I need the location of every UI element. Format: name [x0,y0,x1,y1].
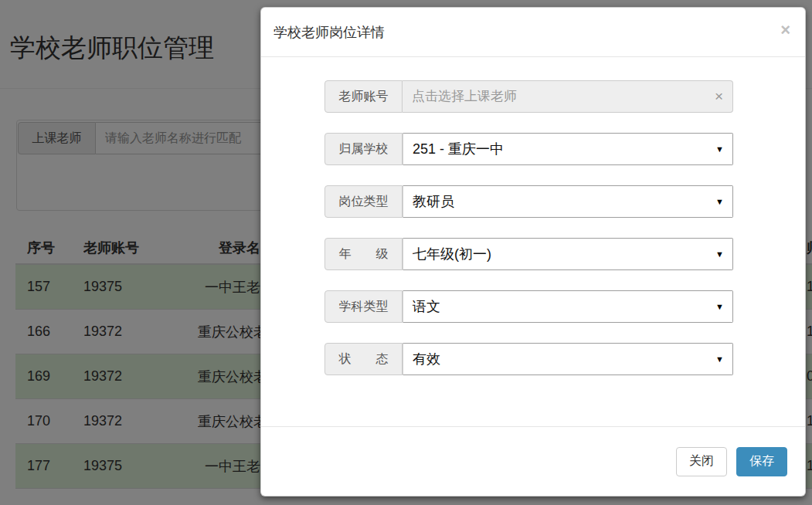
subject-select[interactable]: 语文 ▼ [403,290,733,323]
position-type-group: 岗位类型 教研员 ▼ [324,185,733,218]
subject-select-value: 语文 [413,297,440,316]
position-type-select-value: 教研员 [413,192,454,211]
status-select-value: 有效 [413,350,440,368]
teacher-account-input[interactable] [403,80,733,113]
grade-group: 年 级 七年级(初一) ▼ [324,238,733,270]
modal-header: 学校老师岗位详情 × [261,8,805,57]
dropdown-arrow-icon: ▼ [715,354,724,364]
modal-footer: 关闭 保存 [261,426,805,496]
close-button[interactable]: 关闭 [676,447,727,476]
status-select[interactable]: 有效 ▼ [403,343,733,375]
status-group: 状 态 有效 ▼ [324,343,733,375]
subject-group: 学科类型 语文 ▼ [324,290,733,323]
grade-label: 年 级 [324,238,403,270]
dropdown-arrow-icon: ▼ [715,197,724,206]
grade-select[interactable]: 七年级(初一) ▼ [403,238,733,270]
status-label: 状 态 [324,343,403,375]
dropdown-arrow-icon: ▼ [715,302,724,311]
school-group: 归属学校 251 - 重庆一中 ▼ [324,133,733,165]
teacher-account-label: 老师账号 [324,80,403,113]
clear-icon[interactable]: × [715,80,723,113]
teacher-account-group: 老师账号 × [324,80,733,113]
save-button[interactable]: 保存 [736,447,787,476]
school-label: 归属学校 [324,133,403,165]
dropdown-arrow-icon: ▼ [715,249,724,259]
school-select-value: 251 - 重庆一中 [413,140,504,158]
dropdown-arrow-icon: ▼ [715,144,724,154]
modal-title: 学校老师岗位详情 [273,8,385,56]
teacher-position-detail-modal: 学校老师岗位详情 × 老师账号 × 归属学校 251 - 重庆一中 ▼ 岗位类型… [260,7,806,497]
position-type-select[interactable]: 教研员 ▼ [403,185,733,218]
subject-label: 学科类型 [324,290,403,323]
close-icon[interactable]: × [780,22,790,39]
grade-select-value: 七年级(初一) [413,245,491,263]
position-type-label: 岗位类型 [324,185,403,218]
school-select[interactable]: 251 - 重庆一中 ▼ [403,133,733,165]
